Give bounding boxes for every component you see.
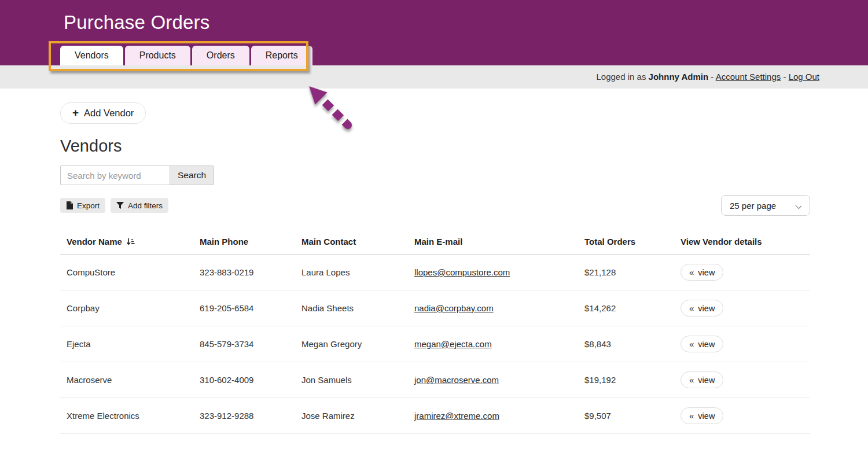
account-settings-link[interactable]: Account Settings [716,72,781,82]
vendor-contact: Jose Ramirez [301,411,414,421]
app-header: Purchase Orders Vendors Products Orders … [0,0,868,65]
main-nav: Vendors Products Orders Reports [60,46,312,65]
vendor-name: Xtreme Electronics [60,411,200,421]
table-row: CompuStore 323-883-0219 Laura Lopes llop… [60,255,810,290]
vendor-email-link[interactable]: llopes@compustore.com [414,267,510,277]
vendor-contact: Laura Lopes [301,267,414,277]
view-vendor-button[interactable]: «view [681,371,723,388]
double-chevron-left-icon: « [689,339,694,349]
username: Johnny Admin [649,72,709,82]
add-filters-label: Add filters [128,201,163,210]
file-icon [66,201,73,209]
column-header-vendor-name[interactable]: Vendor Name [60,237,200,246]
view-vendor-button[interactable]: «view [681,264,723,281]
search-input[interactable] [60,165,170,185]
main-content: + Add Vendor Vendors Search Export [0,89,868,434]
vendors-table: Vendor Name Main Phone Main Contact Main… [60,229,810,434]
table-actions-row: Export Add filters 25 per page [60,195,810,216]
tab-reports[interactable]: Reports [251,46,312,65]
double-chevron-left-icon: « [689,411,694,421]
view-vendor-button[interactable]: «view [681,407,723,424]
vendor-email-link[interactable]: jon@macroserve.com [414,375,499,385]
vendor-name: Ejecta [60,339,200,349]
table-row: Xtreme Electronics 323-912-9288 Jose Ram… [60,398,810,434]
per-page-select[interactable]: 25 per page [721,195,810,216]
vendor-name: Macroserve [60,375,200,385]
add-vendor-button[interactable]: + Add Vendor [60,102,146,124]
vendor-total-orders: $19,192 [584,375,681,385]
vendor-phone: 310-602-4009 [200,375,301,385]
app-title: Purchase Orders [64,12,209,34]
vendor-total-orders: $21,128 [584,267,681,277]
vendor-phone: 323-883-0219 [200,267,301,277]
add-filters-button[interactable]: Add filters [111,198,168,213]
logged-in-label: Logged in as [597,72,646,82]
vendor-contact: Megan Gregory [301,339,414,349]
double-chevron-left-icon: « [689,375,694,385]
separator: - [783,72,786,82]
table-header-row: Vendor Name Main Phone Main Contact Main… [60,229,810,255]
table-row: Corpbay 619-205-6584 Nadia Sheets nadia@… [60,290,810,326]
vendor-name: CompuStore [60,267,200,277]
column-header-main-phone: Main Phone [200,237,301,246]
log-out-link[interactable]: Log Out [789,72,819,82]
vendor-contact: Jon Samuels [301,375,414,385]
view-vendor-button[interactable]: «view [681,336,723,352]
vendor-email-link[interactable]: jramirez@xtreme.com [414,411,499,421]
vendor-total-orders: $9,507 [584,411,681,421]
vendor-email-link[interactable]: megan@ejecta.com [414,339,492,349]
export-button[interactable]: Export [60,198,105,213]
search-bar: Search [60,165,810,185]
double-chevron-left-icon: « [689,303,694,313]
view-vendor-button[interactable]: «view [681,300,723,317]
vendor-phone: 845-579-3734 [200,339,301,349]
vendor-phone: 323-912-9288 [200,411,301,421]
vendor-email-link[interactable]: nadia@corpbay.com [414,303,494,313]
vendor-total-orders: $14,262 [584,303,681,313]
plus-icon: + [72,107,79,118]
vendor-total-orders: $8,843 [584,339,681,349]
user-session-bar: Logged in as Johnny Admin - Account Sett… [0,65,868,89]
add-vendor-label: Add Vendor [84,108,134,119]
chevron-down-icon [796,203,801,208]
tab-products[interactable]: Products [125,46,190,65]
column-header-total-orders: Total Orders [584,237,681,246]
separator: - [711,72,713,82]
page-title: Vendors [60,137,810,156]
sort-descending-icon [126,237,135,246]
vendor-name: Corpbay [60,303,200,313]
vendor-contact: Nadia Sheets [301,303,414,313]
tab-vendors[interactable]: Vendors [60,46,123,65]
table-row: Ejecta 845-579-3734 Megan Gregory megan@… [60,326,810,362]
table-row: Macroserve 310-602-4009 Jon Samuels jon@… [60,362,810,398]
vendor-phone: 619-205-6584 [200,303,301,313]
tab-orders[interactable]: Orders [192,46,249,65]
search-button[interactable]: Search [170,165,214,185]
export-label: Export [77,201,100,210]
per-page-value: 25 per page [730,201,776,211]
funnel-icon [116,202,124,209]
column-header-view-details: View Vendor details [681,237,810,246]
column-header-main-email: Main E-mail [414,237,584,246]
column-header-main-contact: Main Contact [301,237,414,246]
double-chevron-left-icon: « [689,267,694,277]
